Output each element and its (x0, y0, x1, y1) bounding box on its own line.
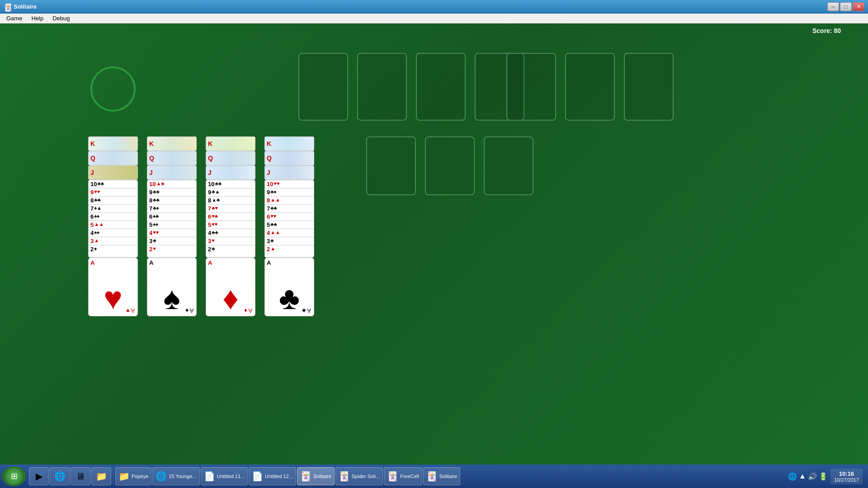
card-A-diamonds[interactable]: A ♦ A ♦ (206, 258, 255, 316)
media-icon: ▶ (36, 471, 42, 482)
window-title: Solitaire (14, 3, 827, 10)
secondary-slot-1[interactable] (506, 53, 556, 121)
secondary-mid-slot-1[interactable] (366, 136, 416, 195)
close-button[interactable]: ✕ (853, 2, 864, 11)
card-rank: K (208, 141, 212, 147)
taskbar-solitaire-btn[interactable]: 🃏 Solitaire (297, 467, 335, 485)
window-controls: ─ □ ✕ (827, 2, 864, 11)
solitaire2-label: Solitaire (439, 474, 458, 479)
restore-button[interactable]: □ (840, 2, 852, 11)
ie-icon: 🌐 (156, 471, 167, 482)
explorer-icon: 🖥 (76, 471, 85, 482)
secondary-slot-3[interactable] (624, 53, 674, 121)
secondary-slot-2[interactable] (565, 53, 615, 121)
card-rank: K (267, 141, 271, 147)
taskbar-media-btn[interactable]: ▶ (29, 467, 49, 485)
taskbar: ⊞ ▶ 🌐 🖥 📁 📁 Popeye 🌐 15 Younge... 📄 Unti… (0, 465, 868, 488)
secondary-mid-slot-3[interactable] (484, 136, 533, 195)
folder-icon: 📁 (96, 471, 107, 482)
tray-battery-icon: 🔋 (819, 472, 828, 481)
taskbar-folder-btn[interactable]: 📁 (91, 467, 111, 485)
card-2-diamonds[interactable]: 2 ♣ (206, 245, 255, 258)
card-rank: J (90, 169, 94, 176)
taskbar-untitled11-btn[interactable]: 📄 Untitled 11... (201, 467, 248, 485)
foundation-slot-2[interactable] (357, 53, 407, 121)
taskbar-untitled12-btn[interactable]: 📄 Untitled 12... (249, 467, 296, 485)
untitled12-label: Untitled 12... (265, 474, 293, 479)
card-Q-diamonds-face[interactable]: Q (206, 151, 255, 165)
freecell-label: FreeCell (400, 474, 419, 479)
untitled11-icon: 📄 (204, 471, 215, 482)
untitled11-label: Untitled 11... (217, 474, 245, 479)
start-button[interactable]: ⊞ (2, 466, 26, 486)
clock[interactable]: 10:16 10/27/2017 (830, 469, 863, 484)
solitaire-label: Solitaire (313, 474, 331, 479)
taskbar-ie-btn[interactable]: 🌐 15 Younge... (152, 467, 199, 485)
foundation-slot-1[interactable] (298, 53, 348, 121)
card-2-spades[interactable]: 2 ♥ (147, 245, 197, 258)
taskbar-solitaire2-btn[interactable]: 🃏 Solitaire (423, 467, 461, 485)
deck-placeholder[interactable] (90, 66, 136, 112)
card-column-2: K Q J 10 ▲♣ 9 ♣♣ 8 ♣♣ 7 ♣♠ (147, 136, 199, 362)
start-button-inner: ⊞ (6, 468, 22, 484)
taskbar-network-btn[interactable]: 🌐 (50, 467, 70, 485)
card-column-3: K Q J 10 ♣♣ 9 ♣▲ 8 ▲♣ 7 ♣♥ (206, 136, 258, 362)
card-Q-hearts-face[interactable]: Q (88, 151, 138, 165)
menu-bar: Game Help Debug (0, 14, 868, 23)
card-column-1: K Q J 10 ♣♣ 9 ♥♥ 8 ♣♣ 7 ♠▲ (88, 136, 140, 362)
card-2-clubs[interactable]: 2 ▲ (264, 245, 314, 258)
secondary-mid-slot-2[interactable] (425, 136, 475, 195)
card-rank: J (208, 169, 212, 176)
foundation-slot-3[interactable] (416, 53, 466, 121)
card-A-spades[interactable]: A ♠ A ♠ (147, 258, 197, 316)
card-rank: Q (267, 155, 272, 161)
system-tray: 🌐 ▲ 🔊 🔋 10:16 10/27/2017 (788, 469, 866, 484)
popeye-label: Popeye (132, 474, 148, 479)
card-Q-spades-face[interactable]: Q (147, 151, 197, 165)
card-column-4: K Q J 10 ♥♥ 9 ♣♠ 8 ▲▲ 7 ♣♣ (264, 136, 316, 362)
solitaire2-icon: 🃏 (426, 471, 438, 482)
card-J-hearts-face[interactable]: J (88, 165, 138, 180)
taskbar-freecell-btn[interactable]: 🃏 FreeCell (384, 467, 422, 485)
card-rank: K (149, 141, 154, 147)
untitled12-icon: 📄 (252, 471, 263, 482)
tray-arrow-icon: ▲ (799, 472, 806, 480)
taskbar-popeye-btn[interactable]: 📁 Popeye (115, 467, 151, 485)
minimize-button[interactable]: ─ (827, 2, 839, 11)
taskbar-spider-btn[interactable]: 🃏 Spider Soli... (335, 467, 383, 485)
spider-icon: 🃏 (339, 471, 350, 482)
secondary-area-top (506, 53, 674, 121)
card-rank: Q (90, 155, 95, 161)
card-rank: Q (149, 155, 154, 161)
card-Q-clubs-face[interactable]: Q (264, 151, 314, 165)
tray-icons: 🌐 ▲ 🔊 🔋 (788, 472, 828, 481)
card-J-clubs-face[interactable]: J (264, 165, 314, 180)
tray-speaker-icon: 🔊 (808, 472, 817, 481)
menu-help[interactable]: Help (27, 14, 48, 23)
taskbar-separator-1 (113, 468, 113, 484)
menu-game[interactable]: Game (2, 14, 27, 23)
taskbar-explorer-btn[interactable]: 🖥 (71, 467, 90, 485)
card-A-hearts[interactable]: A ♥ A ♥ (88, 258, 138, 316)
card-J-diamonds-face[interactable]: J (206, 165, 255, 180)
card-K-spades-face[interactable]: K (147, 136, 197, 151)
network-icon: 🌐 (54, 471, 66, 482)
popeye-icon: 📁 (118, 471, 130, 482)
card-rank: J (149, 169, 153, 176)
card-A-clubs[interactable]: A ♣ A ♣ (264, 258, 314, 316)
menu-debug[interactable]: Debug (48, 14, 74, 23)
card-J-spades-face[interactable]: J (147, 165, 197, 180)
card-2-hearts[interactable]: 2 ♠ (88, 245, 138, 258)
app-icon: 🃏 (4, 3, 11, 10)
card-K-hearts-face[interactable]: K (88, 136, 138, 151)
card-K-clubs-face[interactable]: K (264, 136, 314, 151)
spider-label: Spider Soli... (352, 474, 380, 479)
card-K-diamonds-face[interactable]: K (206, 136, 255, 151)
freecell-icon: 🃏 (387, 471, 398, 482)
card-rank: J (267, 169, 270, 176)
score-display: Score: 80 (812, 27, 841, 34)
ie-label: 15 Younge... (169, 474, 196, 479)
card-rank: Q (208, 155, 213, 161)
game-area: Score: 80 K Q J (0, 23, 868, 488)
clock-time: 10:16 (834, 470, 859, 477)
